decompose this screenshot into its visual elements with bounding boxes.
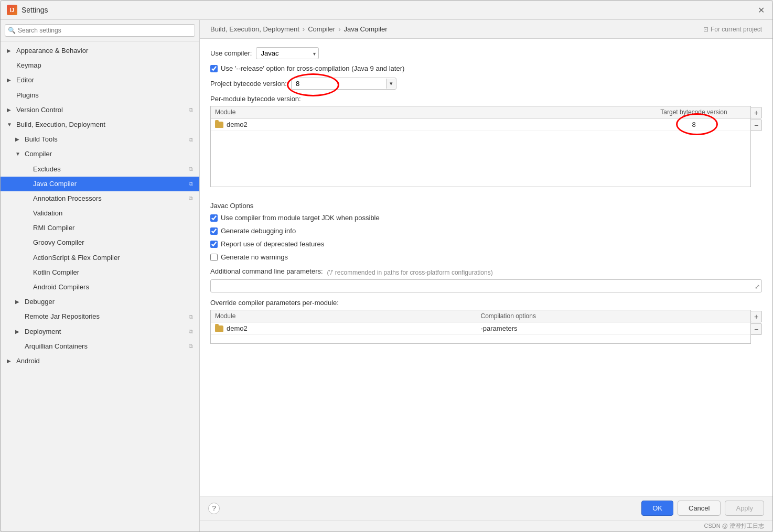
apply-button[interactable]: Apply xyxy=(725,501,764,516)
settings-dialog: IJ Settings ✕ 🔍 ▶ Appearance & Behavior xyxy=(0,0,773,532)
override-table-body: demo2 -parameters xyxy=(211,322,750,343)
project-bytecode-label: Project bytecode version: xyxy=(210,80,287,88)
sidebar-item-build-execution[interactable]: ▼ Build, Execution, Deployment xyxy=(1,117,199,132)
sidebar-item-rmi-compiler[interactable]: ▶ RMI Compiler xyxy=(1,221,199,235)
per-module-table: Module Target bytecode version demo2 xyxy=(210,106,751,187)
label-generate-debug: Generate debugging info xyxy=(221,227,296,235)
bottom-bar: ? OK Cancel Apply xyxy=(200,496,772,520)
sidebar-item-plugins[interactable]: ▶ Plugins xyxy=(1,88,199,103)
dialog-body: 🔍 ▶ Appearance & Behavior ▶ Keymap ▶ xyxy=(1,20,772,531)
expand-arrow: ▶ xyxy=(7,106,13,114)
label-module-target-jdk: Use compiler from module target JDK when… xyxy=(221,214,380,222)
sidebar-item-deployment[interactable]: ▶ Deployment ⧉ xyxy=(1,324,199,339)
sidebar-item-excludes[interactable]: ▶ Excludes ⧉ xyxy=(1,162,199,177)
sidebar-item-arquillian[interactable]: ▶ Arquillian Containers ⧉ xyxy=(1,339,199,354)
override-table-header: Module Compilation options xyxy=(211,310,750,322)
sidebar-item-android[interactable]: ▶ Android xyxy=(1,354,199,368)
checkbox-module-target-jdk[interactable] xyxy=(210,214,218,222)
action-buttons-group: OK Cancel Apply xyxy=(641,501,764,516)
breadcrumb-sep-2: › xyxy=(338,25,340,33)
expand-arrow: ▶ xyxy=(7,77,13,84)
bytecode-field-group: ▾ xyxy=(291,78,396,90)
remove-override-btn[interactable]: − xyxy=(750,323,762,335)
use-release-row: Use '--release' option for cross-compila… xyxy=(210,64,762,72)
compiler-select-wrapper: Javac Eclipse Ajc ▾ xyxy=(256,47,319,59)
additional-params-hint: ('/' recommended in paths for cross-plat… xyxy=(327,269,493,276)
copy-icon: ⧉ xyxy=(189,180,193,188)
search-box: 🔍 xyxy=(1,20,199,41)
checkbox-deprecated[interactable] xyxy=(210,241,218,248)
copy-icon: ⧉ xyxy=(189,194,193,202)
checkbox-no-warnings[interactable] xyxy=(210,254,218,261)
td-override-module: demo2 xyxy=(215,324,481,332)
dialog-title: Settings xyxy=(22,6,48,14)
expand-arrow: ▶ xyxy=(7,47,13,55)
search-input[interactable] xyxy=(5,24,195,37)
use-release-checkbox[interactable] xyxy=(210,65,218,72)
search-icon: 🔍 xyxy=(8,27,16,34)
folder-icon xyxy=(215,122,223,128)
help-button[interactable]: ? xyxy=(208,503,220,514)
add-override-btn[interactable]: + xyxy=(750,311,762,322)
title-bar-left: IJ Settings xyxy=(7,5,48,15)
javac-option-deprecated: Report use of deprecated features xyxy=(210,240,762,248)
project-icon: ⊡ xyxy=(703,26,708,33)
per-module-table-header: Module Target bytecode version xyxy=(211,106,750,118)
additional-params-label: Additional command line parameters: xyxy=(210,267,323,275)
bytecode-dropdown-btn[interactable]: ▾ xyxy=(386,79,396,89)
expand-arrow: ▶ xyxy=(15,136,22,143)
override-table-wrapper: Module Compilation options demo2 -parame xyxy=(210,310,762,351)
sidebar-tree: ▶ Appearance & Behavior ▶ Keymap ▶ Edito… xyxy=(1,41,199,531)
search-wrapper: 🔍 xyxy=(5,24,195,37)
label-no-warnings: Generate no warnings xyxy=(221,253,288,261)
ok-button[interactable]: OK xyxy=(641,501,673,516)
checkbox-generate-debug[interactable] xyxy=(210,227,218,235)
javac-option-module-target-jdk: Use compiler from module target JDK when… xyxy=(210,214,762,222)
content-area: Use compiler: Javac Eclipse Ajc ▾ Use '-… xyxy=(200,39,772,496)
sidebar-item-keymap[interactable]: ▶ Keymap xyxy=(1,58,199,73)
remove-module-btn[interactable]: − xyxy=(750,120,762,131)
copy-icon: ⧉ xyxy=(189,328,193,335)
sidebar-item-kotlin-compiler[interactable]: ▶ Kotlin Compiler xyxy=(1,265,199,280)
sidebar-item-java-compiler[interactable]: ▶ Java Compiler ⧉ xyxy=(1,177,199,191)
javac-option-no-warnings: Generate no warnings xyxy=(210,253,762,261)
sidebar-item-actionscript-compiler[interactable]: ▶ ActionScript & Flex Compiler xyxy=(1,251,199,265)
cancel-button[interactable]: Cancel xyxy=(678,501,721,516)
use-release-label: Use '--release' option for cross-compila… xyxy=(221,64,404,72)
copy-icon: ⧉ xyxy=(189,136,193,144)
sidebar: 🔍 ▶ Appearance & Behavior ▶ Keymap ▶ xyxy=(1,20,200,531)
add-module-btn[interactable]: + xyxy=(750,107,762,118)
sidebar-item-groovy-compiler[interactable]: ▶ Groovy Compiler xyxy=(1,235,199,250)
expand-arrow: ▶ xyxy=(15,298,22,306)
table-row[interactable]: demo2 8 xyxy=(211,118,750,131)
javac-options-section: Javac Options Use compiler from module t… xyxy=(210,202,762,261)
expand-arrow: ▶ xyxy=(15,328,22,335)
for-project-label: ⊡ For current project xyxy=(703,26,762,33)
table-action-buttons: + − xyxy=(750,106,762,194)
sidebar-item-annotation-processors[interactable]: ▶ Annotation Processors ⧉ xyxy=(1,191,199,206)
compiler-select[interactable]: Javac Eclipse Ajc xyxy=(256,47,319,59)
per-module-table-main: Module Target bytecode version demo2 xyxy=(210,106,751,194)
additional-params-input[interactable] xyxy=(210,279,762,292)
javac-options-title: Javac Options xyxy=(210,202,762,210)
copy-icon: ⧉ xyxy=(189,165,193,173)
project-bytecode-input[interactable] xyxy=(292,78,386,89)
expand-icon[interactable]: ⤢ xyxy=(755,283,760,290)
sidebar-item-editor[interactable]: ▶ Editor xyxy=(1,73,199,88)
sidebar-item-version-control[interactable]: ▶ Version Control ⧉ xyxy=(1,103,199,117)
override-table-main: Module Compilation options demo2 -parame xyxy=(210,310,751,351)
th-target: Target bytecode version xyxy=(641,108,746,116)
breadcrumb-item-2: Compiler xyxy=(308,25,335,33)
use-compiler-row: Use compiler: Javac Eclipse Ajc ▾ xyxy=(210,47,762,59)
sidebar-item-build-tools[interactable]: ▶ Build Tools ⧉ xyxy=(1,132,199,147)
sidebar-item-appearance[interactable]: ▶ Appearance & Behavior xyxy=(1,44,199,58)
close-button[interactable]: ✕ xyxy=(756,5,766,15)
breadcrumb: Build, Execution, Deployment › Compiler … xyxy=(200,20,772,39)
sidebar-item-compiler[interactable]: ▼ Compiler xyxy=(1,147,199,161)
expand-arrow: ▶ xyxy=(7,357,13,365)
sidebar-item-remote-jar[interactable]: ▶ Remote Jar Repositories ⧉ xyxy=(1,309,199,324)
sidebar-item-debugger[interactable]: ▶ Debugger xyxy=(1,295,199,309)
sidebar-item-android-compilers[interactable]: ▶ Android Compilers xyxy=(1,280,199,295)
sidebar-item-validation[interactable]: ▶ Validation xyxy=(1,206,199,221)
override-table-row[interactable]: demo2 -parameters xyxy=(211,322,750,335)
